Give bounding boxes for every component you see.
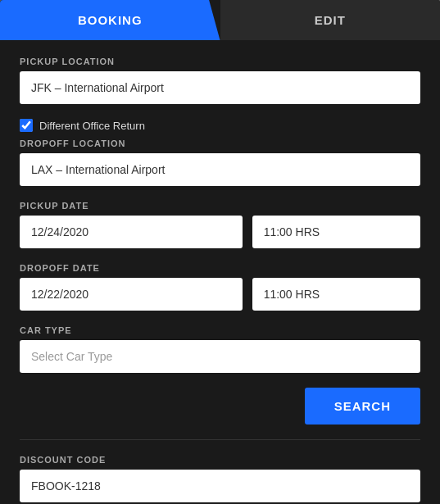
- discount-code-input[interactable]: [20, 470, 420, 502]
- pickup-location-input[interactable]: [20, 71, 420, 104]
- pickup-date-section: PICKUP DATE: [20, 201, 420, 248]
- app-container: BOOKING EDIT PICKUP LOCATION Different O…: [0, 0, 440, 504]
- different-office-row: Different Office Return: [20, 119, 420, 132]
- pickup-location-section: PICKUP LOCATION: [20, 57, 420, 104]
- dropoff-location-section: DROPOFF LOCATION: [20, 138, 420, 186]
- search-button-row: SEARCH: [20, 388, 420, 425]
- car-type-input[interactable]: [20, 340, 420, 373]
- dropoff-date-input[interactable]: [20, 278, 243, 311]
- pickup-date-row: [20, 216, 420, 248]
- pickup-location-label: PICKUP LOCATION: [20, 57, 420, 66]
- dropoff-time-input[interactable]: [252, 278, 420, 311]
- discount-code-section: DISCOUNT CODE: [20, 455, 420, 502]
- pickup-date-input[interactable]: [20, 216, 243, 248]
- pickup-date-label: PICKUP DATE: [20, 201, 420, 211]
- different-office-label: Different Office Return: [39, 120, 145, 132]
- search-button[interactable]: SEARCH: [305, 388, 420, 425]
- car-type-label: CAR TYPE: [20, 325, 420, 335]
- dropoff-date-section: DROPOFF DATE: [20, 263, 420, 311]
- car-type-section: CAR TYPE: [20, 325, 420, 373]
- form-body: PICKUP LOCATION Different Office Return …: [0, 40, 440, 504]
- different-office-checkbox[interactable]: [20, 119, 33, 132]
- dropoff-location-label: DROPOFF LOCATION: [20, 138, 420, 148]
- dropoff-date-label: DROPOFF DATE: [20, 263, 420, 273]
- dropoff-location-input[interactable]: [20, 153, 420, 186]
- pickup-time-input[interactable]: [252, 216, 420, 248]
- tab-booking[interactable]: BOOKING: [0, 0, 220, 40]
- dropoff-date-row: [20, 278, 420, 311]
- tab-bar: BOOKING EDIT: [0, 0, 440, 40]
- divider: [20, 439, 420, 440]
- discount-code-label: DISCOUNT CODE: [20, 455, 420, 465]
- tab-edit[interactable]: EDIT: [220, 0, 441, 40]
